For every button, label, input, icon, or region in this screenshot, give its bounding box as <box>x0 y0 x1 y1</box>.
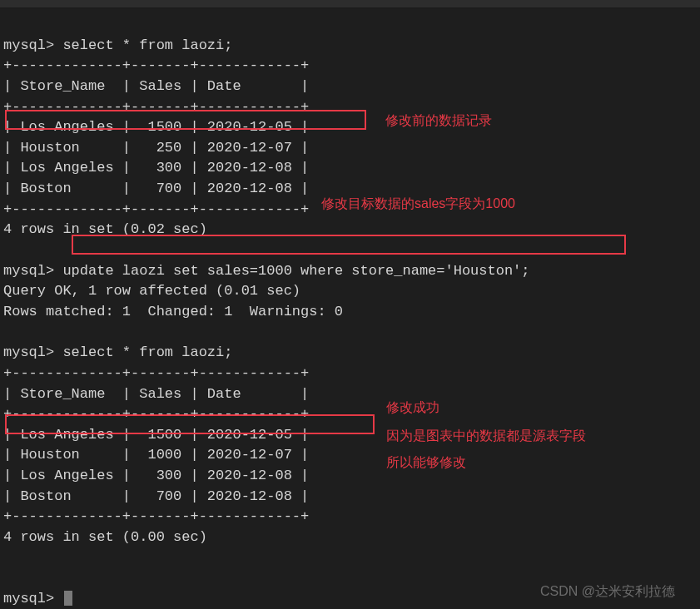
result-summary: 4 rows in set (0.02 sec) <box>3 221 207 237</box>
table-header: | Store_Name | Sales | Date | <box>3 78 309 94</box>
table-header: | Store_Name | Sales | Date | <box>3 386 309 402</box>
prompt: mysql> <box>3 37 54 53</box>
table-separator: +-------------+-------+------------+ <box>3 406 309 422</box>
watermark: CSDN @达米安利拉德 <box>540 583 675 601</box>
prompt-line: mysql> select * from laozi; <box>3 37 232 53</box>
table-row: | Los Angeles | 1500 | 2020-12-05 | <box>3 427 309 443</box>
annotation-reason1: 因为是图表中的数据都是源表字段 <box>386 428 586 445</box>
table-separator: +-------------+-------+------------+ <box>3 99 309 115</box>
window-titlebar <box>0 0 700 8</box>
prompt-line: mysql> update laozi set sales=1000 where… <box>3 263 530 279</box>
table-separator: +-------------+-------+------------+ <box>3 57 309 73</box>
table-row: | Los Angeles | 300 | 2020-12-08 | <box>3 160 309 176</box>
cursor-icon <box>64 591 72 606</box>
annotation-before: 修改前的数据记录 <box>385 112 492 130</box>
blank-line <box>3 550 12 566</box>
result-summary: 4 rows in set (0.00 sec) <box>3 529 207 545</box>
table-row: | Los Angeles | 1500 | 2020-12-05 | <box>3 119 309 135</box>
blank-line <box>3 570 12 586</box>
table-row: | Houston | 1000 | 2020-12-07 | <box>3 447 309 463</box>
annotation-target: 修改目标数据的sales字段为1000 <box>321 196 515 213</box>
blank-line <box>3 324 12 340</box>
table-separator: +-------------+-------+------------+ <box>3 365 309 381</box>
prompt-line: mysql> <box>3 591 72 607</box>
sql-query: select * from laozi; <box>62 344 232 360</box>
table-row: | Los Angeles | 300 | 2020-12-08 | <box>3 468 309 483</box>
query-ok: Query OK, 1 row affected (0.01 sec) <box>3 283 300 299</box>
prompt: mysql> <box>3 591 54 607</box>
table-separator: +-------------+-------+------------+ <box>3 201 309 217</box>
prompt: mysql> <box>3 344 54 360</box>
blank-line <box>3 242 12 258</box>
terminal-output[interactable]: mysql> select * from laozi; +-----------… <box>0 8 700 609</box>
table-separator: +-------------+-------+------------+ <box>3 508 309 524</box>
table-row: | Boston | 700 | 2020-12-08 | <box>3 488 309 504</box>
rows-matched: Rows matched: 1 Changed: 1 Warnings: 0 <box>3 304 343 319</box>
sql-query: update laozi set sales=1000 where store_… <box>62 263 529 279</box>
table-row: | Boston | 700 | 2020-12-08 | <box>3 181 309 196</box>
prompt-line: mysql> select * from laozi; <box>3 344 232 360</box>
table-row: | Houston | 250 | 2020-12-07 | <box>3 140 309 156</box>
annotation-reason2: 所以能够修改 <box>386 454 466 472</box>
prompt: mysql> <box>3 263 54 279</box>
annotation-success: 修改成功 <box>386 399 439 417</box>
sql-query: select * from laozi; <box>62 37 232 53</box>
